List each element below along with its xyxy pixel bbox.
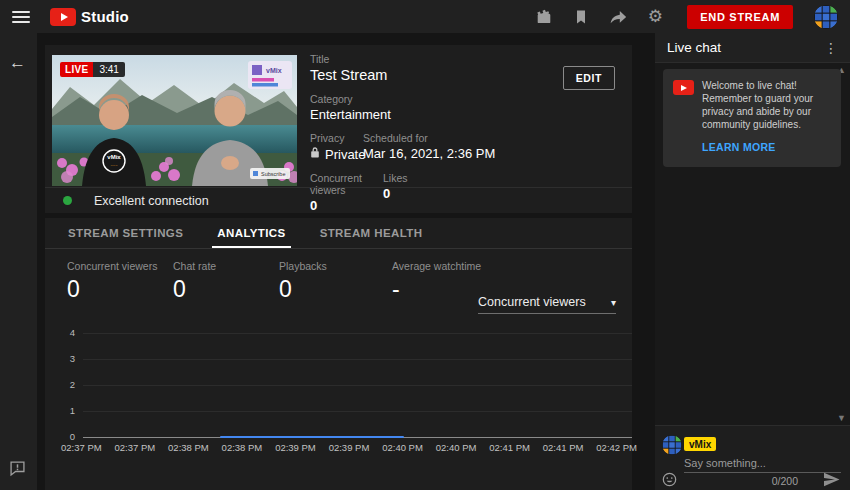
metric-playbacks: Playbacks0	[279, 260, 392, 303]
chart-x-tick: 02:37 PM	[61, 442, 102, 453]
chat-username-badge: vMix	[684, 437, 716, 451]
settings-gear-icon[interactable]: ⚙	[646, 8, 664, 26]
feedback-icon[interactable]	[9, 460, 26, 481]
chart-metric-select[interactable]: Concurrent viewers ▾	[478, 295, 616, 314]
chart-x-tick: 02:38 PM	[168, 442, 209, 453]
chart-y-tick: 3	[70, 353, 75, 364]
send-icon[interactable]	[823, 472, 840, 490]
youtube-icon-small	[673, 80, 694, 95]
share-icon[interactable]	[609, 8, 627, 26]
chat-welcome-text: Welcome to live chat! Remember to guard …	[702, 79, 831, 131]
chart-y-tick: 4	[70, 327, 75, 338]
end-stream-button[interactable]: END STREAM	[687, 5, 793, 29]
privacy-label: Privacy	[310, 132, 363, 144]
film-icon[interactable]	[535, 8, 553, 26]
metric-concurrent-viewers: Concurrent viewers0	[67, 260, 173, 303]
topbar: Studio ⚙ END STREAM	[0, 0, 850, 33]
chart-gridline	[83, 385, 632, 386]
youtube-studio-live-dashboard: Studio ⚙ END STREAM ←	[0, 0, 850, 490]
emoji-icon[interactable]	[662, 472, 677, 490]
chat-scroll-down-icon[interactable]: ▼	[837, 413, 846, 423]
tabs: STREAM SETTINGSANALYTICSSTREAM HEALTH	[45, 218, 632, 249]
account-avatar[interactable]	[814, 5, 838, 29]
metric-label: Playbacks	[279, 260, 392, 272]
live-chat-panel: Live chat ⋮ ▲ Welcome to live chat! Reme…	[655, 33, 850, 490]
metric-label: Chat rate	[173, 260, 279, 272]
likes-label: Likes	[383, 172, 408, 184]
live-chat-title: Live chat	[667, 40, 721, 55]
chat-user-avatar	[662, 435, 682, 455]
metric-chat-rate: Chat rate0	[173, 260, 279, 303]
chart-x-tick: 02:41 PM	[543, 442, 584, 453]
tab-stream-health[interactable]: STREAM HEALTH	[303, 218, 440, 248]
privacy-value: Private	[325, 147, 365, 162]
chart-plot	[83, 333, 632, 437]
chat-message-input[interactable]: Say something...	[684, 457, 841, 473]
chart-x-tick: 02:39 PM	[329, 442, 370, 453]
chart-y-tick: 1	[70, 405, 75, 416]
stream-title: Test Stream	[310, 67, 562, 83]
chart-gridline	[83, 359, 632, 360]
chart-x-tick: 02:40 PM	[436, 442, 477, 453]
youtube-play-icon	[50, 8, 76, 26]
live-badge: LIVE	[60, 62, 93, 77]
chart-line-series	[220, 436, 404, 438]
scheduled-value: Mar 16, 2021, 2:36 PM	[363, 146, 495, 161]
chart-y-tick: 0	[70, 431, 75, 442]
connection-status-text: Excellent connection	[94, 194, 209, 208]
stream-info-card: vMix ~~~ vMix Subscribe	[45, 45, 632, 213]
chart-x-tick: 02:41 PM	[489, 442, 530, 453]
svg-text:Subscribe: Subscribe	[261, 171, 285, 177]
studio-logo[interactable]: Studio	[50, 8, 129, 26]
bookmark-icon[interactable]	[572, 8, 590, 26]
live-chat-body: ▲ Welcome to live chat! Remember to guar…	[655, 63, 850, 425]
metric-label: Average watchtime	[392, 260, 498, 272]
title-label: Title	[310, 53, 562, 65]
tab-analytics[interactable]: ANALYTICS	[200, 218, 302, 248]
chat-input-area: vMix Say something... 0/200	[655, 425, 850, 490]
chart-y-tick: 2	[70, 379, 75, 390]
chart-x-tick: 02:39 PM	[275, 442, 316, 453]
caret-down-icon: ▾	[611, 297, 616, 308]
hamburger-menu-icon[interactable]	[12, 11, 30, 23]
svg-text:~~~: ~~~	[110, 163, 118, 168]
left-rail: ←	[0, 33, 37, 490]
connection-status-row: Excellent connection	[45, 187, 632, 213]
brand-name: Studio	[81, 8, 129, 25]
elapsed-time: 3:41	[93, 62, 124, 77]
metrics-row: Concurrent viewers0Chat rate0Playbacks0A…	[67, 260, 498, 303]
chart-x-tick: 02:38 PM	[222, 442, 263, 453]
chart-x-tick: 02:40 PM	[382, 442, 423, 453]
chart-gridline	[83, 333, 632, 334]
live-chat-header: Live chat ⋮	[655, 33, 850, 63]
tab-stream-settings[interactable]: STREAM SETTINGS	[51, 218, 200, 248]
char-counter: 0/200	[772, 475, 798, 487]
vmix-watermark: vMix	[248, 61, 292, 89]
metric-value: 0	[279, 276, 392, 303]
svg-text:vMix: vMix	[107, 154, 121, 160]
chart-x-tick: 02:37 PM	[115, 442, 156, 453]
metric-value: 0	[173, 276, 279, 303]
metric-value: 0	[67, 276, 173, 303]
chart-xlabels: 02:37 PM02:37 PM02:38 PM02:38 PM02:39 PM…	[61, 442, 637, 453]
learn-more-link[interactable]: LEARN MORE	[702, 141, 776, 153]
chart-metric-select-value: Concurrent viewers	[478, 295, 586, 309]
video-preview[interactable]: vMix ~~~ vMix Subscribe	[52, 55, 297, 186]
category-label: Category	[310, 93, 562, 105]
stream-category: Entertainment	[310, 107, 562, 122]
chat-menu-dots-icon[interactable]: ⋮	[820, 40, 842, 56]
lock-icon	[310, 146, 320, 162]
back-arrow-icon[interactable]: ←	[9, 53, 26, 73]
scheduled-label: Scheduled for	[363, 132, 495, 144]
svg-text:vMix: vMix	[266, 67, 282, 74]
metric-label: Concurrent viewers	[67, 260, 173, 272]
analytics-card: STREAM SETTINGSANALYTICSSTREAM HEALTH Co…	[45, 218, 632, 490]
chart-x-tick: 02:42 PM	[596, 442, 637, 453]
chat-welcome-message: Welcome to live chat! Remember to guard …	[663, 69, 841, 167]
chart-gridline	[83, 411, 632, 412]
chart-y-axis: 01234	[59, 333, 75, 437]
edit-button[interactable]: EDIT	[563, 66, 615, 90]
connection-status-dot	[63, 196, 72, 205]
